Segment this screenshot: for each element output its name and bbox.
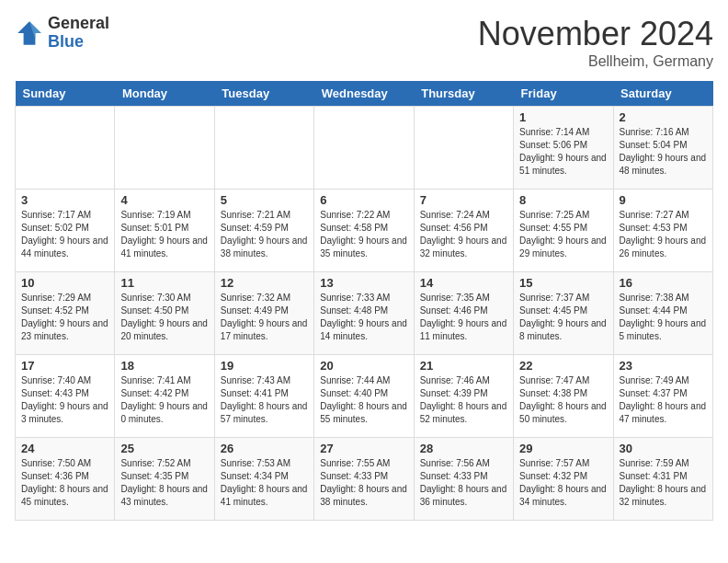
day-number: 4	[120, 193, 208, 207]
table-row: 14Sunrise: 7:35 AM Sunset: 4:46 PM Dayli…	[414, 272, 513, 355]
table-row: 3Sunrise: 7:17 AM Sunset: 5:02 PM Daylig…	[16, 190, 115, 272]
day-info: Sunrise: 7:57 AM Sunset: 4:32 PM Dayligh…	[519, 457, 607, 509]
day-number: 11	[120, 276, 208, 290]
day-info: Sunrise: 7:33 AM Sunset: 4:48 PM Dayligh…	[320, 292, 407, 343]
table-row: 26Sunrise: 7:53 AM Sunset: 4:34 PM Dayli…	[214, 438, 313, 521]
day-number: 27	[320, 442, 407, 455]
day-info: Sunrise: 7:25 AM Sunset: 4:55 PM Dayligh…	[519, 209, 607, 260]
header-saturday: Saturday	[613, 81, 712, 107]
day-number: 17	[21, 359, 108, 373]
day-info: Sunrise: 7:35 AM Sunset: 4:46 PM Dayligh…	[420, 292, 507, 343]
day-info: Sunrise: 7:44 AM Sunset: 4:40 PM Dayligh…	[320, 374, 407, 426]
day-number: 21	[420, 359, 507, 373]
day-info: Sunrise: 7:53 AM Sunset: 4:34 PM Dayligh…	[221, 457, 308, 509]
table-row: 10Sunrise: 7:29 AM Sunset: 4:52 PM Dayli…	[16, 272, 115, 355]
table-row: 24Sunrise: 7:50 AM Sunset: 4:36 PM Dayli…	[16, 438, 115, 521]
table-row: 20Sunrise: 7:44 AM Sunset: 4:40 PM Dayli…	[314, 355, 414, 438]
table-row: 1Sunrise: 7:14 AM Sunset: 5:06 PM Daylig…	[514, 107, 613, 190]
day-info: Sunrise: 7:59 AM Sunset: 4:31 PM Dayligh…	[620, 457, 707, 509]
table-row: 29Sunrise: 7:57 AM Sunset: 4:32 PM Dayli…	[514, 438, 613, 521]
day-number: 30	[620, 442, 707, 455]
day-number: 7	[420, 193, 507, 207]
day-number: 25	[120, 442, 208, 455]
logo-blue-text: Blue	[48, 33, 109, 52]
day-number: 15	[519, 276, 607, 290]
calendar-header: Sunday Monday Tuesday Wednesday Thursday…	[16, 81, 713, 107]
day-number: 28	[420, 442, 507, 455]
day-info: Sunrise: 7:24 AM Sunset: 4:56 PM Dayligh…	[420, 209, 507, 260]
day-number: 5	[221, 193, 308, 207]
day-number: 10	[21, 276, 108, 290]
day-info: Sunrise: 7:47 AM Sunset: 4:38 PM Dayligh…	[519, 374, 607, 426]
day-number: 1	[519, 110, 607, 124]
day-number: 13	[320, 276, 407, 290]
day-number: 16	[620, 276, 707, 290]
day-number: 3	[21, 193, 108, 207]
day-info: Sunrise: 7:29 AM Sunset: 4:52 PM Dayligh…	[21, 292, 108, 343]
day-info: Sunrise: 7:17 AM Sunset: 5:02 PM Dayligh…	[21, 209, 108, 260]
day-number: 14	[420, 276, 507, 290]
day-info: Sunrise: 7:32 AM Sunset: 4:49 PM Dayligh…	[221, 292, 308, 343]
day-number: 8	[519, 193, 607, 207]
logo-icon	[15, 18, 44, 48]
location-title: Bellheim, Germany	[478, 53, 713, 70]
logo: General Blue	[15, 15, 109, 52]
table-row: 18Sunrise: 7:41 AM Sunset: 4:42 PM Dayli…	[115, 355, 214, 438]
header-sunday: Sunday	[16, 81, 115, 107]
table-row: 28Sunrise: 7:56 AM Sunset: 4:33 PM Dayli…	[414, 438, 513, 521]
table-row: 17Sunrise: 7:40 AM Sunset: 4:43 PM Dayli…	[16, 355, 115, 438]
table-row: 23Sunrise: 7:49 AM Sunset: 4:37 PM Dayli…	[613, 355, 712, 438]
day-number: 9	[620, 193, 707, 207]
day-number: 26	[221, 442, 308, 455]
table-row: 7Sunrise: 7:24 AM Sunset: 4:56 PM Daylig…	[414, 190, 513, 272]
table-row: 16Sunrise: 7:38 AM Sunset: 4:44 PM Dayli…	[613, 272, 712, 355]
table-row	[414, 107, 513, 190]
day-info: Sunrise: 7:22 AM Sunset: 4:58 PM Dayligh…	[320, 209, 407, 260]
table-row: 9Sunrise: 7:27 AM Sunset: 4:53 PM Daylig…	[613, 190, 712, 272]
day-info: Sunrise: 7:52 AM Sunset: 4:35 PM Dayligh…	[120, 457, 208, 509]
day-info: Sunrise: 7:50 AM Sunset: 4:36 PM Dayligh…	[21, 457, 108, 509]
day-number: 12	[221, 276, 308, 290]
table-row	[115, 107, 214, 190]
table-row: 12Sunrise: 7:32 AM Sunset: 4:49 PM Dayli…	[214, 272, 313, 355]
table-row: 8Sunrise: 7:25 AM Sunset: 4:55 PM Daylig…	[514, 190, 613, 272]
day-info: Sunrise: 7:41 AM Sunset: 4:42 PM Dayligh…	[120, 374, 208, 426]
day-number: 29	[519, 442, 607, 455]
day-number: 18	[120, 359, 208, 373]
title-block: November 2024 Bellheim, Germany	[478, 15, 713, 70]
day-info: Sunrise: 7:55 AM Sunset: 4:33 PM Dayligh…	[320, 457, 407, 509]
page-header: General Blue November 2024 Bellheim, Ger…	[15, 15, 713, 70]
day-number: 24	[21, 442, 108, 455]
day-number: 2	[620, 110, 707, 124]
table-row	[214, 107, 313, 190]
header-wednesday: Wednesday	[314, 81, 414, 107]
day-info: Sunrise: 7:21 AM Sunset: 4:59 PM Dayligh…	[221, 209, 308, 260]
header-friday: Friday	[514, 81, 613, 107]
table-row: 30Sunrise: 7:59 AM Sunset: 4:31 PM Dayli…	[613, 438, 712, 521]
table-row: 11Sunrise: 7:30 AM Sunset: 4:50 PM Dayli…	[115, 272, 214, 355]
calendar-body: 1Sunrise: 7:14 AM Sunset: 5:06 PM Daylig…	[16, 107, 713, 521]
table-row: 5Sunrise: 7:21 AM Sunset: 4:59 PM Daylig…	[214, 190, 313, 272]
header-tuesday: Tuesday	[214, 81, 313, 107]
calendar-table: Sunday Monday Tuesday Wednesday Thursday…	[15, 81, 713, 521]
table-row: 25Sunrise: 7:52 AM Sunset: 4:35 PM Dayli…	[115, 438, 214, 521]
day-info: Sunrise: 7:38 AM Sunset: 4:44 PM Dayligh…	[620, 292, 707, 343]
table-row: 13Sunrise: 7:33 AM Sunset: 4:48 PM Dayli…	[314, 272, 414, 355]
day-number: 20	[320, 359, 407, 373]
day-number: 22	[519, 359, 607, 373]
table-row: 27Sunrise: 7:55 AM Sunset: 4:33 PM Dayli…	[314, 438, 414, 521]
day-info: Sunrise: 7:56 AM Sunset: 4:33 PM Dayligh…	[420, 457, 507, 509]
day-number: 6	[320, 193, 407, 207]
header-thursday: Thursday	[414, 81, 513, 107]
day-number: 19	[221, 359, 308, 373]
day-info: Sunrise: 7:16 AM Sunset: 5:04 PM Dayligh…	[620, 126, 707, 178]
table-row: 21Sunrise: 7:46 AM Sunset: 4:39 PM Dayli…	[414, 355, 513, 438]
table-row: 15Sunrise: 7:37 AM Sunset: 4:45 PM Dayli…	[514, 272, 613, 355]
day-info: Sunrise: 7:30 AM Sunset: 4:50 PM Dayligh…	[120, 292, 208, 343]
day-info: Sunrise: 7:43 AM Sunset: 4:41 PM Dayligh…	[221, 374, 308, 426]
day-info: Sunrise: 7:46 AM Sunset: 4:39 PM Dayligh…	[420, 374, 507, 426]
table-row: 6Sunrise: 7:22 AM Sunset: 4:58 PM Daylig…	[314, 190, 414, 272]
table-row	[314, 107, 414, 190]
table-row: 22Sunrise: 7:47 AM Sunset: 4:38 PM Dayli…	[514, 355, 613, 438]
day-info: Sunrise: 7:49 AM Sunset: 4:37 PM Dayligh…	[620, 374, 707, 426]
